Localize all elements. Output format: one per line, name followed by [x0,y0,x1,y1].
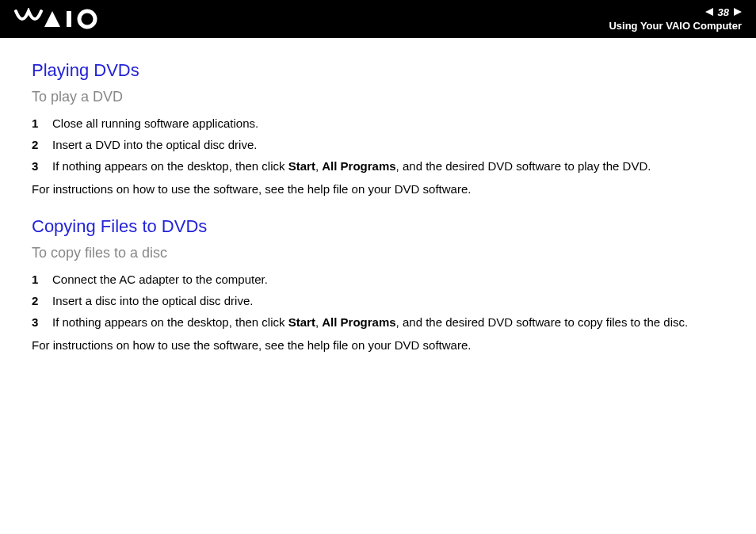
list-item: 3 If nothing appears on the desktop, the… [32,314,724,330]
text-run: , and the desired DVD software to play t… [396,159,651,173]
step-text: Connect the AC adapter to the computer. [52,271,724,288]
step-number: 1 [32,115,52,132]
page-nav: 38 [705,6,742,18]
text-run: If nothing appears on the desktop, then … [52,159,288,173]
section-heading: Playing DVDs [32,60,724,81]
section-subheading: To copy files to a disc [32,245,724,261]
text-run: , and the desired DVD software to copy f… [396,315,689,329]
bold-text: Start [288,159,315,173]
text-run: , [315,315,322,329]
bold-text: All Programs [322,159,395,173]
page-header: 38 Using Your VAIO Computer [0,0,756,38]
section-subheading: To play a DVD [32,89,724,105]
bold-text: All Programs [322,315,395,329]
list-item: 1 Close all running software application… [32,115,724,132]
page-content: Playing DVDs To play a DVD 1 Close all r… [0,38,756,353]
vaio-logo [14,0,117,38]
list-item: 2 Insert a disc into the optical disc dr… [32,292,724,309]
paragraph: For instructions on how to use the softw… [32,181,724,197]
list-item: 2 Insert a DVD into the optical disc dri… [32,136,724,153]
section-heading: Copying Files to DVDs [32,216,724,237]
list-item: 3 If nothing appears on the desktop, the… [32,158,724,174]
step-number: 2 [32,136,52,153]
step-number: 1 [32,271,52,288]
svg-marker-3 [734,8,742,16]
header-meta: 38 Using Your VAIO Computer [609,0,742,38]
step-number: 3 [32,314,52,330]
next-page-icon[interactable] [732,7,742,18]
list-item: 1 Connect the AC adapter to the computer… [32,271,724,288]
page-number: 38 [718,6,729,18]
step-text: If nothing appears on the desktop, then … [52,158,724,174]
step-text: Insert a disc into the optical disc driv… [52,292,724,309]
step-number: 2 [32,292,52,309]
bold-text: Start [288,315,315,329]
step-number: 3 [32,158,52,174]
step-text: If nothing appears on the desktop, then … [52,314,724,330]
paragraph: For instructions on how to use the softw… [32,337,724,353]
step-text: Insert a DVD into the optical disc drive… [52,136,724,153]
svg-marker-2 [705,8,713,16]
step-list: 1 Close all running software application… [32,115,724,174]
svg-point-1 [79,11,95,27]
text-run: If nothing appears on the desktop, then … [52,315,288,329]
svg-rect-0 [67,11,71,27]
header-section-title: Using Your VAIO Computer [609,20,742,32]
step-list: 1 Connect the AC adapter to the computer… [32,271,724,330]
step-text: Close all running software applications. [52,115,724,132]
text-run: , [315,159,322,173]
prev-page-icon[interactable] [705,7,715,18]
